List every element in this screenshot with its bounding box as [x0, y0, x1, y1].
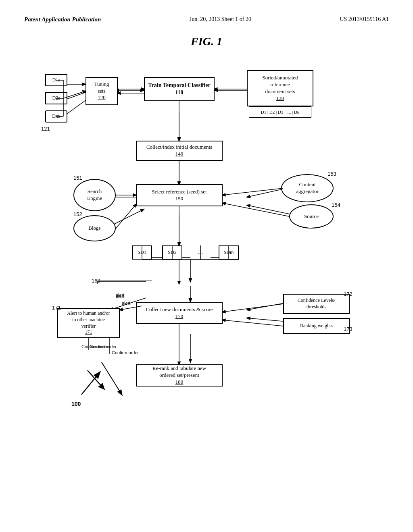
label-121: 121 [41, 126, 50, 132]
d2a-box: D2a [45, 92, 67, 104]
label-154: 154 [332, 202, 340, 208]
header-left: Patent Application Publication [24, 16, 101, 23]
train-classifier-box: Train Temporal Classifier 110 [144, 77, 215, 101]
sd-dots-box: .... [190, 245, 211, 260]
alert-box: Alert to human and/or to other machine v… [57, 308, 120, 338]
blogs-oval: Blogs [73, 215, 116, 241]
confirm-order: Confirm order [81, 344, 108, 349]
svg-text:alert: alert [122, 301, 130, 305]
svg-line-28 [81, 372, 100, 395]
label-100: 100 [71, 401, 81, 407]
header-right: US 2013/0159116 A1 [340, 16, 389, 23]
search-engine-oval: Search Engine [73, 179, 116, 211]
svg-text:Confirm order: Confirm order [112, 350, 139, 355]
diagram: alert Confirm order [33, 60, 380, 483]
svg-line-58 [223, 304, 283, 312]
dxx-box: Dxx [45, 110, 67, 123]
header-center: Jun. 20, 2013 Sheet 1 of 20 [190, 16, 251, 23]
collect-new-box: Collect new documents & score 170 [136, 302, 223, 324]
page-header: Patent Application Publication Jun. 20, … [24, 16, 389, 23]
label-153: 153 [327, 171, 336, 177]
d-row-box: D1 | D2 | D3 | .... | Dk [249, 106, 311, 118]
page: Patent Application Publication Jun. 20, … [0, 0, 413, 532]
figure-title: FIG. 1 [24, 35, 389, 48]
svg-line-42 [116, 204, 136, 229]
svg-line-59 [223, 320, 283, 326]
sdm-box: SDm [219, 245, 239, 260]
rerank-box: Re-rank and tabulate new ordered set/pre… [136, 364, 223, 387]
select-ref-box: Select reference (seed) set 150 [136, 184, 223, 206]
diagram-svg: alert Confirm order [33, 60, 380, 483]
d1a-box: D1a [45, 74, 67, 86]
fig-label: FIG. 1 [191, 35, 222, 48]
svg-line-41 [223, 203, 289, 216]
tuning-sets-box: Tuning sets 120 [86, 77, 118, 105]
date-sheet: Jun. 20, 2013 Sheet 1 of 20 [190, 16, 251, 22]
patent-label: Patent Application Publication [24, 16, 101, 23]
label-173: 173 [344, 326, 353, 332]
label-171: 171 [52, 305, 61, 311]
label-151: 151 [73, 175, 82, 181]
label-152: 152 [73, 211, 82, 217]
sorted-ref-box: Sorted/annotated reference document sets… [247, 70, 313, 106]
patent-number: US 2013/0159116 A1 [340, 16, 389, 22]
sd1-box: SD1 [132, 245, 152, 260]
label-172: 172 [344, 291, 353, 297]
source-oval: Source [289, 204, 334, 229]
confidence-box: Confidence Levels/ thresholds [283, 294, 350, 314]
sd2-box: SD2 [162, 245, 182, 260]
ranking-box: Ranking weights [283, 318, 350, 334]
svg-line-9 [247, 205, 295, 215]
collect-index-box: Collect/index initial documents 140 [136, 141, 223, 161]
alert-text: alert [116, 294, 124, 299]
svg-line-40 [223, 188, 283, 195]
content-agg-oval: Content aggregator [281, 174, 334, 202]
svg-line-8 [247, 189, 283, 197]
